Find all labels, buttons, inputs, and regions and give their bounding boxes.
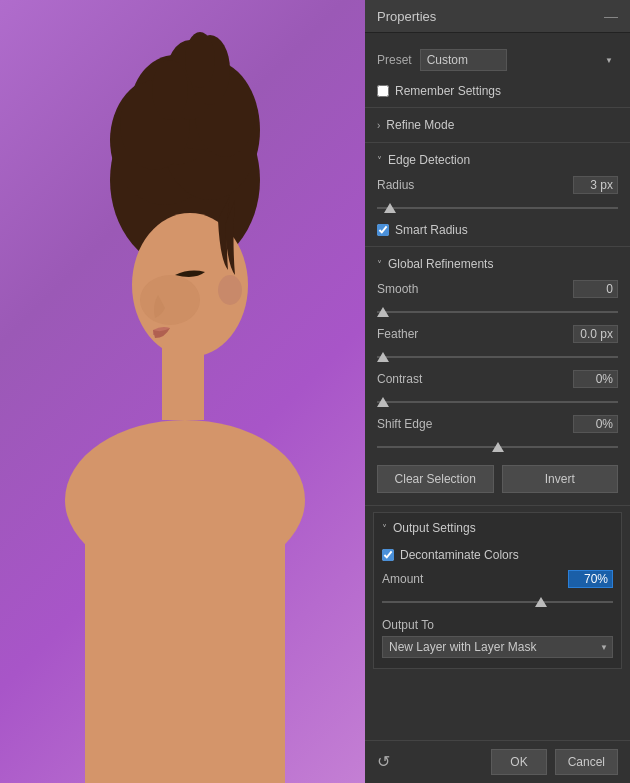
edge-detection-title: Edge Detection xyxy=(388,153,470,167)
feather-slider[interactable] xyxy=(377,356,618,358)
svg-rect-14 xyxy=(85,480,285,783)
amount-value: 70% xyxy=(568,570,613,588)
global-refinements-title: Global Refinements xyxy=(388,257,493,271)
divider-3 xyxy=(365,246,630,247)
preset-label: Preset xyxy=(377,53,412,67)
action-buttons-row: Clear Selection Invert xyxy=(365,457,630,501)
smart-radius-row: Smart Radius xyxy=(365,218,630,242)
panel-body: Preset Custom Default Hair Smart Radius … xyxy=(365,33,630,740)
svg-point-15 xyxy=(140,275,200,325)
preset-select-wrapper: Custom Default Hair Smart Radius xyxy=(420,49,618,71)
smart-radius-label: Smart Radius xyxy=(395,223,468,237)
divider-2 xyxy=(365,142,630,143)
svg-point-10 xyxy=(185,32,215,88)
output-settings-arrow: ˅ xyxy=(382,523,387,534)
shift-edge-label: Shift Edge xyxy=(377,417,432,431)
preset-row: Preset Custom Default Hair Smart Radius xyxy=(365,41,630,79)
output-to-label: Output To xyxy=(382,618,434,632)
remember-settings-checkbox[interactable] xyxy=(377,85,389,97)
svg-point-16 xyxy=(218,275,242,305)
panel-close-button[interactable]: — xyxy=(604,8,618,24)
amount-label: Amount xyxy=(382,572,423,586)
refine-mode-header[interactable]: › Refine Mode xyxy=(365,112,630,138)
contrast-container: Contrast 0% xyxy=(365,367,630,412)
amount-row: Amount 70% xyxy=(382,570,613,588)
bottom-bar: ↺ OK Cancel xyxy=(365,740,630,783)
reset-button[interactable]: ↺ xyxy=(377,752,397,772)
output-to-select[interactable]: New Layer with Layer Mask New Layer Laye… xyxy=(382,636,613,658)
radius-row: Radius 3 px xyxy=(377,176,618,194)
global-refinements-arrow: ˅ xyxy=(377,259,382,270)
radius-label: Radius xyxy=(377,178,414,192)
refine-mode-title: Refine Mode xyxy=(386,118,454,132)
panel-title: Properties xyxy=(377,9,436,24)
svg-rect-12 xyxy=(162,340,204,420)
amount-slider[interactable] xyxy=(382,601,613,603)
remember-settings-label: Remember Settings xyxy=(395,84,501,98)
shift-edge-value: 0% xyxy=(573,415,618,433)
smart-radius-checkbox[interactable] xyxy=(377,224,389,236)
smooth-value: 0 xyxy=(573,280,618,298)
preset-select[interactable]: Custom Default Hair Smart Radius xyxy=(420,49,507,71)
radius-slider[interactable] xyxy=(377,207,618,209)
edge-detection-arrow: ˅ xyxy=(377,155,382,166)
cancel-button[interactable]: Cancel xyxy=(555,749,618,775)
remember-settings-row: Remember Settings xyxy=(365,79,630,103)
ok-button[interactable]: OK xyxy=(491,749,546,775)
output-settings-section: ˅ Output Settings Decontaminate Colors A… xyxy=(373,512,622,669)
shift-edge-row: Shift Edge 0% xyxy=(377,415,618,433)
divider-4 xyxy=(365,505,630,506)
svg-point-9 xyxy=(152,60,188,120)
image-preview xyxy=(0,0,365,783)
edge-detection-header[interactable]: ˅ Edge Detection xyxy=(365,147,630,173)
decontaminate-colors-row: Decontaminate Colors xyxy=(382,543,613,567)
output-to-label-row: Output To xyxy=(382,618,613,632)
clear-selection-button[interactable]: Clear Selection xyxy=(377,465,494,493)
invert-button[interactable]: Invert xyxy=(502,465,619,493)
ok-cancel-buttons: OK Cancel xyxy=(491,749,618,775)
smooth-slider[interactable] xyxy=(377,311,618,313)
feather-row: Feather 0.0 px xyxy=(377,325,618,343)
contrast-label: Contrast xyxy=(377,372,422,386)
radius-container: Radius 3 px xyxy=(365,173,630,218)
output-to-select-wrapper: New Layer with Layer Mask New Layer Laye… xyxy=(382,636,613,658)
properties-panel: Properties — Preset Custom Default Hair … xyxy=(365,0,630,783)
feather-container: Feather 0.0 px xyxy=(365,322,630,367)
smooth-container: Smooth 0 xyxy=(365,277,630,322)
feather-value: 0.0 px xyxy=(573,325,618,343)
decontaminate-colors-checkbox[interactable] xyxy=(382,549,394,561)
output-to-row: Output To New Layer with Layer Mask New … xyxy=(382,612,613,660)
decontaminate-colors-label: Decontaminate Colors xyxy=(400,548,519,562)
contrast-value: 0% xyxy=(573,370,618,388)
refine-mode-arrow: › xyxy=(377,120,380,131)
panel-header: Properties — xyxy=(365,0,630,33)
shift-edge-slider[interactable] xyxy=(377,446,618,448)
divider-1 xyxy=(365,107,630,108)
smooth-label: Smooth xyxy=(377,282,418,296)
output-settings-title: Output Settings xyxy=(393,521,476,535)
contrast-row: Contrast 0% xyxy=(377,370,618,388)
radius-value: 3 px xyxy=(573,176,618,194)
global-refinements-header[interactable]: ˅ Global Refinements xyxy=(365,251,630,277)
contrast-slider[interactable] xyxy=(377,401,618,403)
feather-label: Feather xyxy=(377,327,418,341)
smooth-row: Smooth 0 xyxy=(377,280,618,298)
amount-container: Amount 70% xyxy=(382,567,613,612)
shift-edge-container: Shift Edge 0% xyxy=(365,412,630,457)
output-settings-header[interactable]: ˅ Output Settings xyxy=(382,521,613,535)
